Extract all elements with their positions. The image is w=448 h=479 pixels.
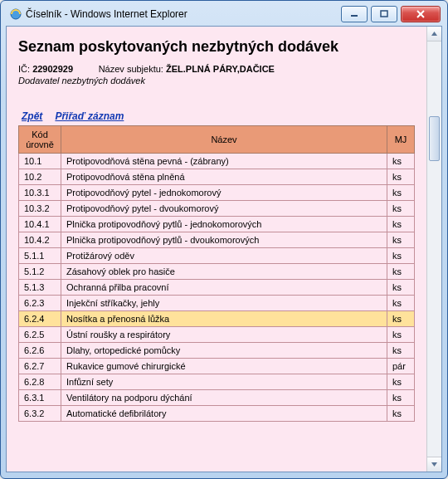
- cell-mj: ks: [387, 248, 415, 264]
- cell-mj: ks: [387, 327, 415, 343]
- meta-line-1: IČ: 22902929 Název subjektu: ŽEL.PLNÁ PÁ…: [18, 64, 415, 74]
- records-table: Kód úrovně Název MJ 10.1Protipovodňová s…: [18, 125, 415, 422]
- cell-code: 10.3.1: [19, 185, 61, 201]
- table-row[interactable]: 10.2Protipovodňová stěna plněnáks: [19, 169, 415, 185]
- window-titlebar: Číselník - Windows Internet Explorer: [6, 6, 442, 26]
- cell-code: 6.2.4: [19, 311, 61, 327]
- cell-name: Plnička protipovodňový pytlů - jednokomo…: [61, 217, 387, 232]
- cell-name: Protižárový oděv: [61, 248, 387, 264]
- cell-name: Dlahy, ortopedické pomůcky: [61, 343, 387, 359]
- cell-code: 5.1.2: [19, 264, 61, 280]
- cell-code: 6.3.2: [19, 406, 61, 422]
- ic-label: IČ:: [18, 64, 30, 74]
- table-row[interactable]: 10.4.1Plnička protipovodňový pytlů - jed…: [19, 217, 415, 232]
- scroll-track[interactable]: [427, 42, 441, 457]
- cell-code: 10.3.2: [19, 201, 61, 217]
- cell-name: Protipovodňový pytel - jednokomorový: [61, 185, 387, 201]
- table-row[interactable]: 5.1.1Protižárový oděvks: [19, 248, 415, 264]
- cell-code: 6.2.5: [19, 327, 61, 343]
- table-row[interactable]: 6.2.8Infůzní setyks: [19, 374, 415, 390]
- cell-name: Protipovodňová stěna pevná - (zábrany): [61, 154, 387, 169]
- minimize-button[interactable]: [341, 6, 368, 22]
- cell-mj: ks: [387, 201, 415, 217]
- cell-name: Plnička protipovodňový pytlů - dvoukomor…: [61, 232, 387, 248]
- cell-mj: ks: [387, 217, 415, 232]
- vertical-scrollbar[interactable]: [426, 27, 441, 472]
- cell-code: 6.2.6: [19, 343, 61, 359]
- cell-name: Infůzní sety: [61, 374, 387, 390]
- window-title: Číselník - Windows Internet Explorer: [26, 8, 338, 20]
- cell-code: 6.2.8: [19, 374, 61, 390]
- cell-name: Ventilátory na podporu dýchání: [61, 390, 387, 406]
- subject-label: Název subjektu:: [99, 64, 163, 74]
- browser-window: Číselník - Windows Internet Explorer Sez…: [0, 0, 448, 479]
- cell-name: Automatické defibrilátory: [61, 406, 387, 422]
- scroll-up-button[interactable]: [427, 27, 441, 42]
- table-row[interactable]: 10.3.1Protipovodňový pytel - jednokomoro…: [19, 185, 415, 201]
- cell-code: 6.2.7: [19, 359, 61, 374]
- cell-code: 6.3.1: [19, 390, 61, 406]
- cell-mj: ks: [387, 406, 415, 422]
- table-row[interactable]: 10.3.2Protipovodňový pytel - dvoukomorov…: [19, 201, 415, 217]
- cell-mj: ks: [387, 311, 415, 327]
- cell-name: Protipovodňový pytel - dvoukomorový: [61, 201, 387, 217]
- cell-mj: ks: [387, 374, 415, 390]
- table-row[interactable]: 5.1.3Ochranná přilba pracovníks: [19, 280, 415, 296]
- scroll-thumb[interactable]: [429, 116, 440, 161]
- cell-code: 5.1.1: [19, 248, 61, 264]
- table-row[interactable]: 5.1.2Zásahový oblek pro hasičeks: [19, 264, 415, 280]
- table-row[interactable]: 6.2.5Ústní roušky a respirátoryks: [19, 327, 415, 343]
- cell-mj: ks: [387, 169, 415, 185]
- cell-name: Nosítka a přenosná lůžka: [61, 311, 387, 327]
- cell-name: Protipovodňová stěna plněná: [61, 169, 387, 185]
- svg-rect-2: [381, 11, 387, 17]
- table-row[interactable]: 6.2.6Dlahy, ortopedické pomůckyks: [19, 343, 415, 359]
- assign-record-link[interactable]: Přiřaď záznam: [55, 110, 124, 122]
- close-button[interactable]: [401, 6, 441, 22]
- cell-mj: ks: [387, 343, 415, 359]
- window-buttons: [338, 6, 441, 22]
- col-header-name: Název: [61, 126, 387, 154]
- cell-mj: ks: [387, 154, 415, 169]
- col-header-mj: MJ: [387, 126, 415, 154]
- cell-name: Ochranná přilba pracovní: [61, 280, 387, 296]
- col-header-code: Kód úrovně: [19, 126, 61, 154]
- cell-mj: ks: [387, 185, 415, 201]
- cell-code: 10.4.2: [19, 232, 61, 248]
- supplier-note: Dodavatel nezbytných dodávek: [18, 76, 415, 86]
- page-content: Seznam poskytovaných nezbytných dodávek …: [7, 27, 426, 472]
- cell-code: 10.4.1: [19, 217, 61, 232]
- ic-value: 22902929: [32, 64, 73, 74]
- table-row[interactable]: 10.1Protipovodňová stěna pevná - (zábran…: [19, 154, 415, 169]
- page-title: Seznam poskytovaných nezbytných dodávek: [18, 38, 415, 56]
- table-row[interactable]: 6.3.2Automatické defibrilátoryks: [19, 406, 415, 422]
- maximize-button[interactable]: [371, 6, 397, 22]
- cell-name: Injekční stříkačky, jehly: [61, 296, 387, 311]
- table-row[interactable]: 6.2.7Rukavice gumové chirurgicképár: [19, 359, 415, 374]
- cell-name: Ústní roušky a respirátory: [61, 327, 387, 343]
- subject-value: ŽEL.PLNÁ PÁRY,DAČICE: [166, 64, 275, 74]
- ie-favicon: [9, 7, 22, 21]
- cell-code: 10.1: [19, 154, 61, 169]
- cell-code: 5.1.3: [19, 280, 61, 296]
- table-row[interactable]: 6.2.3Injekční stříkačky, jehlyks: [19, 296, 415, 311]
- cell-mj: ks: [387, 296, 415, 311]
- cell-mj: ks: [387, 232, 415, 248]
- cell-name: Zásahový oblek pro hasiče: [61, 264, 387, 280]
- cell-mj: pár: [387, 359, 415, 374]
- cell-code: 10.2: [19, 169, 61, 185]
- client-area: Seznam poskytovaných nezbytných dodávek …: [6, 26, 442, 472]
- back-link[interactable]: Zpět: [22, 110, 42, 122]
- cell-mj: ks: [387, 264, 415, 280]
- table-row[interactable]: 10.4.2Plnička protipovodňový pytlů - dvo…: [19, 232, 415, 248]
- cell-mj: ks: [387, 390, 415, 406]
- action-links: Zpět Přiřaď záznam: [22, 110, 415, 122]
- table-row[interactable]: 6.2.4Nosítka a přenosná lůžkaks: [19, 311, 415, 327]
- svg-marker-5: [431, 32, 437, 36]
- cell-mj: ks: [387, 280, 415, 296]
- cell-code: 6.2.3: [19, 296, 61, 311]
- scroll-down-button[interactable]: [427, 457, 441, 472]
- svg-marker-6: [431, 462, 437, 467]
- cell-name: Rukavice gumové chirurgické: [61, 359, 387, 374]
- table-row[interactable]: 6.3.1Ventilátory na podporu dýcháníks: [19, 390, 415, 406]
